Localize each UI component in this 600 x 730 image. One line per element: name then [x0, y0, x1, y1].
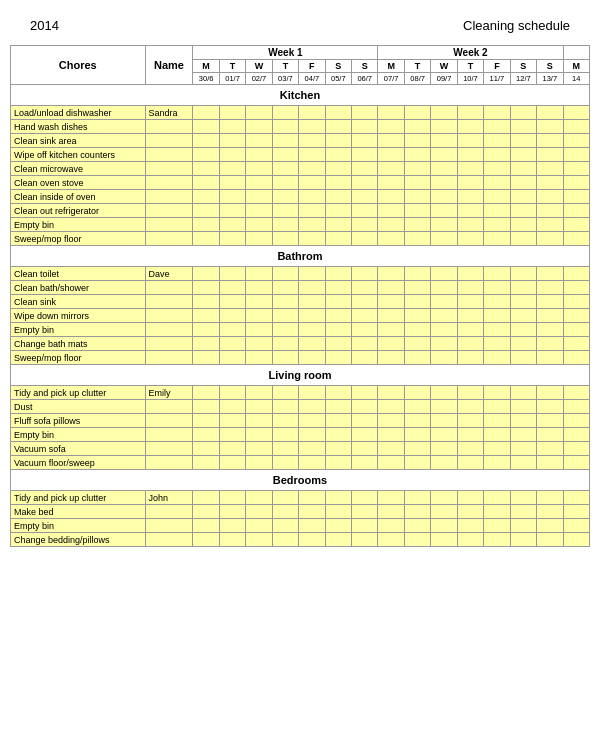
chore-day-0-1-13[interactable]	[537, 120, 563, 134]
chore-day-2-0-10[interactable]	[457, 386, 483, 400]
chore-day-1-6-8[interactable]	[404, 351, 430, 365]
chore-day-2-1-6[interactable]	[352, 400, 378, 414]
chore-day-3-1-4[interactable]	[299, 505, 325, 519]
chore-day-0-9-7[interactable]	[378, 232, 404, 246]
chore-day-3-3-7[interactable]	[378, 533, 404, 547]
chore-day-1-4-14[interactable]	[563, 323, 589, 337]
chore-day-0-7-12[interactable]	[510, 204, 536, 218]
chore-day-1-2-11[interactable]	[484, 295, 510, 309]
chore-day-2-0-14[interactable]	[563, 386, 589, 400]
chore-day-1-5-0[interactable]	[193, 337, 219, 351]
chore-day-0-1-9[interactable]	[431, 120, 457, 134]
chore-day-0-7-3[interactable]	[272, 204, 298, 218]
chore-day-3-2-5[interactable]	[325, 519, 351, 533]
chore-day-2-4-9[interactable]	[431, 442, 457, 456]
chore-day-0-1-5[interactable]	[325, 120, 351, 134]
chore-day-2-1-11[interactable]	[484, 400, 510, 414]
chore-day-0-8-9[interactable]	[431, 218, 457, 232]
chore-day-2-4-7[interactable]	[378, 442, 404, 456]
chore-day-0-8-0[interactable]	[193, 218, 219, 232]
chore-day-0-4-6[interactable]	[352, 162, 378, 176]
chore-day-1-6-7[interactable]	[378, 351, 404, 365]
chore-day-2-3-11[interactable]	[484, 428, 510, 442]
chore-day-3-0-8[interactable]	[404, 491, 430, 505]
chore-day-3-3-8[interactable]	[404, 533, 430, 547]
chore-day-0-3-12[interactable]	[510, 148, 536, 162]
chore-day-0-2-13[interactable]	[537, 134, 563, 148]
chore-day-3-0-0[interactable]	[193, 491, 219, 505]
chore-day-1-2-3[interactable]	[272, 295, 298, 309]
chore-day-0-2-8[interactable]	[404, 134, 430, 148]
chore-day-0-3-1[interactable]	[219, 148, 245, 162]
chore-day-0-8-7[interactable]	[378, 218, 404, 232]
chore-day-2-3-13[interactable]	[537, 428, 563, 442]
chore-day-3-0-9[interactable]	[431, 491, 457, 505]
chore-day-3-1-1[interactable]	[219, 505, 245, 519]
chore-day-2-5-9[interactable]	[431, 456, 457, 470]
chore-day-1-4-3[interactable]	[272, 323, 298, 337]
chore-day-0-1-7[interactable]	[378, 120, 404, 134]
chore-day-2-0-9[interactable]	[431, 386, 457, 400]
chore-day-0-2-3[interactable]	[272, 134, 298, 148]
chore-day-0-1-0[interactable]	[193, 120, 219, 134]
chore-day-1-5-12[interactable]	[510, 337, 536, 351]
chore-day-1-6-4[interactable]	[299, 351, 325, 365]
chore-day-1-6-3[interactable]	[272, 351, 298, 365]
chore-day-2-2-6[interactable]	[352, 414, 378, 428]
chore-day-2-1-4[interactable]	[299, 400, 325, 414]
chore-day-2-2-1[interactable]	[219, 414, 245, 428]
chore-day-1-3-6[interactable]	[352, 309, 378, 323]
chore-day-0-6-14[interactable]	[563, 190, 589, 204]
chore-day-1-2-10[interactable]	[457, 295, 483, 309]
chore-day-2-2-8[interactable]	[404, 414, 430, 428]
chore-day-3-2-12[interactable]	[510, 519, 536, 533]
chore-day-2-2-13[interactable]	[537, 414, 563, 428]
chore-day-1-0-6[interactable]	[352, 267, 378, 281]
chore-day-2-5-12[interactable]	[510, 456, 536, 470]
chore-day-2-4-2[interactable]	[246, 442, 272, 456]
chore-day-2-0-11[interactable]	[484, 386, 510, 400]
chore-day-3-2-7[interactable]	[378, 519, 404, 533]
chore-day-2-4-8[interactable]	[404, 442, 430, 456]
chore-day-0-3-10[interactable]	[457, 148, 483, 162]
chore-day-1-5-9[interactable]	[431, 337, 457, 351]
chore-day-0-2-14[interactable]	[563, 134, 589, 148]
chore-day-0-0-6[interactable]	[352, 106, 378, 120]
chore-day-0-4-1[interactable]	[219, 162, 245, 176]
chore-day-0-4-13[interactable]	[537, 162, 563, 176]
chore-day-1-2-6[interactable]	[352, 295, 378, 309]
chore-day-3-3-5[interactable]	[325, 533, 351, 547]
chore-day-3-2-13[interactable]	[537, 519, 563, 533]
chore-day-0-4-5[interactable]	[325, 162, 351, 176]
chore-day-2-0-0[interactable]	[193, 386, 219, 400]
chore-day-2-2-9[interactable]	[431, 414, 457, 428]
chore-day-1-5-2[interactable]	[246, 337, 272, 351]
chore-day-1-1-3[interactable]	[272, 281, 298, 295]
chore-day-1-4-8[interactable]	[404, 323, 430, 337]
chore-day-0-0-10[interactable]	[457, 106, 483, 120]
chore-day-0-9-12[interactable]	[510, 232, 536, 246]
chore-day-0-7-11[interactable]	[484, 204, 510, 218]
chore-day-3-0-13[interactable]	[537, 491, 563, 505]
chore-day-0-4-4[interactable]	[299, 162, 325, 176]
chore-day-3-3-9[interactable]	[431, 533, 457, 547]
chore-day-0-5-3[interactable]	[272, 176, 298, 190]
chore-day-2-5-5[interactable]	[325, 456, 351, 470]
chore-day-1-3-13[interactable]	[537, 309, 563, 323]
chore-day-2-0-8[interactable]	[404, 386, 430, 400]
chore-day-1-2-9[interactable]	[431, 295, 457, 309]
chore-day-0-0-3[interactable]	[272, 106, 298, 120]
chore-day-1-3-7[interactable]	[378, 309, 404, 323]
chore-day-0-3-5[interactable]	[325, 148, 351, 162]
chore-day-2-2-12[interactable]	[510, 414, 536, 428]
chore-day-1-5-7[interactable]	[378, 337, 404, 351]
chore-day-0-6-7[interactable]	[378, 190, 404, 204]
chore-day-1-3-5[interactable]	[325, 309, 351, 323]
chore-day-0-3-13[interactable]	[537, 148, 563, 162]
chore-day-1-6-0[interactable]	[193, 351, 219, 365]
chore-day-3-3-14[interactable]	[563, 533, 589, 547]
chore-day-3-0-7[interactable]	[378, 491, 404, 505]
chore-day-2-2-2[interactable]	[246, 414, 272, 428]
chore-day-3-2-4[interactable]	[299, 519, 325, 533]
chore-day-0-7-5[interactable]	[325, 204, 351, 218]
